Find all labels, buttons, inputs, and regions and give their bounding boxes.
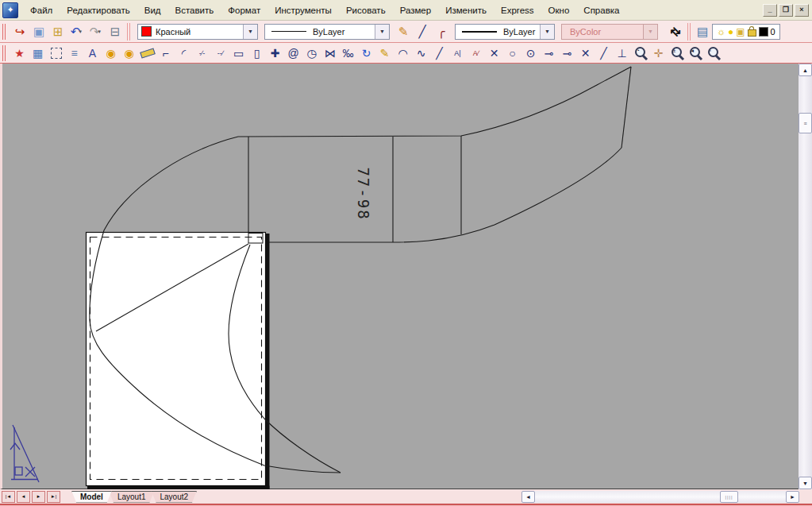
color-combobox[interactable]: Красный ▼ [137, 24, 258, 40]
hatch-icon[interactable]: ▦ [29, 44, 47, 61]
move-icon[interactable]: ✚ [266, 44, 284, 61]
scroll-down-button[interactable]: ▼ [799, 477, 812, 489]
tab-last-button[interactable]: ►| [47, 491, 60, 503]
menu-item-размер[interactable]: Размер [393, 2, 439, 19]
menu-item-вставить[interactable]: Вставить [168, 2, 221, 19]
menu-item-формат[interactable]: Формат [221, 2, 267, 19]
marquee-select-icon[interactable] [47, 44, 65, 61]
toolbar-grip[interactable] [2, 24, 7, 40]
menu-item-вид[interactable]: Вид [137, 2, 168, 19]
toolbar-separator [127, 23, 130, 41]
layer-lock-icon[interactable] [748, 29, 756, 37]
text-style-icon[interactable]: A [83, 44, 102, 61]
close-button[interactable]: × [795, 4, 809, 17]
sketch-pencil-icon[interactable]: ✎ [375, 44, 394, 61]
zoom-window-icon[interactable]: ▫ [704, 44, 722, 61]
paste-icon[interactable]: ⊞ [48, 23, 67, 41]
layer-vp-freeze-icon[interactable]: ▣ [736, 26, 745, 37]
endpoint-link-icon[interactable]: ⊸ [558, 44, 576, 61]
tab-model[interactable]: Model [71, 491, 112, 503]
etransmit-icon[interactable]: ↪ [10, 23, 29, 41]
menu-item-express[interactable]: Express [494, 2, 541, 19]
ruler-icon[interactable] [138, 44, 156, 61]
revcloud-icon[interactable]: @ [284, 44, 302, 61]
scroll-up-button[interactable]: ▲ [799, 64, 812, 76]
extend-icon[interactable]: ✕ [576, 44, 595, 61]
file-icon-group: ↪▣⊞↶▼↷▼⊟ [10, 23, 125, 41]
break-icon[interactable]: --∕ [211, 44, 229, 61]
vertical-scroll-thumb[interactable]: ≡ [799, 113, 812, 133]
menu-item-справка[interactable]: Справка [576, 2, 626, 19]
pan-icon[interactable]: ✛ [649, 44, 668, 61]
standard-toolbar: ↪▣⊞↶▼↷▼⊟ Красный ▼ ByLayer ▼ ✎╱╭ ByLayer… [0, 21, 812, 43]
trim-icon[interactable]: ✕ [485, 44, 503, 61]
layers-icon[interactable]: ▤ [693, 23, 712, 41]
vertical-scrollbar[interactable]: ▲ ≡ ▼ [799, 64, 812, 489]
rectangle-icon[interactable]: ▭ [229, 44, 248, 61]
menu-item-редактировать[interactable]: Редактировать [60, 2, 137, 19]
chevron-down-icon[interactable]: ▼ [540, 25, 554, 39]
tab-prev-button[interactable]: ◄ [17, 491, 30, 503]
copy-icon[interactable]: ▣ [29, 23, 48, 41]
edit-text-icon[interactable]: A∕ [467, 44, 485, 61]
tab-next-button[interactable]: ► [32, 491, 45, 503]
circle-icon[interactable]: ○ [503, 44, 521, 61]
menu-item-файл[interactable]: Файл [23, 2, 60, 19]
tab-layout2[interactable]: Layout2 [151, 491, 197, 503]
donut-icon[interactable]: ⊙ [521, 44, 540, 61]
redo-icon[interactable]: ↷▼ [87, 23, 106, 41]
undo-icon[interactable]: ↶▼ [67, 23, 87, 41]
break-at-point-icon[interactable]: -∕- [193, 44, 211, 61]
menu-item-инструменты[interactable]: Инструменты [267, 2, 339, 19]
text-icon[interactable]: A| [448, 44, 467, 61]
lineweight-combobox[interactable]: ByLayer ▼ [455, 24, 555, 40]
copy-object-icon[interactable]: ◉ [102, 44, 120, 61]
copy-nested-icon[interactable]: ◉ [120, 44, 138, 61]
arc-icon[interactable]: ◠ [394, 44, 412, 61]
restore-button[interactable]: ❐ [779, 4, 793, 17]
recolor-icon[interactable]: ★ [10, 44, 29, 61]
tab-layout1[interactable]: Layout1 [109, 491, 155, 503]
polygon-icon[interactable]: ▯ [248, 44, 266, 61]
layer-freeze-sun-icon[interactable]: ● [728, 26, 733, 37]
autocad-app-icon[interactable]: ✦ [2, 2, 18, 18]
chevron-down-icon[interactable]: ▼ [375, 25, 389, 39]
perpendicular-icon[interactable]: ⊥ [613, 44, 631, 61]
match-properties-icon[interactable]: ✎ [394, 23, 413, 41]
tab-first-button[interactable]: |◄ [2, 491, 15, 503]
menu-item-окно[interactable]: Окно [541, 2, 577, 19]
horizontal-scroll-thumb[interactable]: |||| [720, 491, 738, 503]
scroll-right-button[interactable]: ► [786, 491, 799, 503]
toolbar-grip[interactable] [2, 45, 7, 61]
minimize-button[interactable]: _ [763, 4, 777, 17]
linetype-combobox[interactable]: ByLayer ▼ [264, 24, 390, 40]
layer-color-swatch[interactable] [759, 27, 768, 37]
scroll-left-button[interactable]: ◄ [521, 491, 535, 503]
rotate-icon[interactable]: ↻ [357, 44, 375, 61]
line-icon[interactable]: ╱ [430, 44, 448, 61]
polyline-sample-icon[interactable]: ╭ [432, 23, 451, 41]
region-clock-icon[interactable]: ◷ [302, 44, 321, 61]
drawing-canvas[interactable]: 77-98 [0, 64, 799, 489]
chevron-down-icon[interactable]: ▼ [243, 25, 257, 39]
chamfer-icon[interactable]: ⌐ [156, 44, 175, 61]
zoom-inout-icon[interactable]: ± [668, 44, 686, 61]
layer-on-bulb-icon[interactable]: ☼ [717, 26, 725, 37]
spline-icon[interactable]: ∿ [412, 44, 430, 61]
array-icon[interactable]: ‰ [339, 44, 357, 61]
tangent-icon[interactable]: ⊸ [540, 44, 558, 61]
resize-arrows-icon[interactable]: ⇄ [666, 23, 685, 41]
zoom-previous-icon[interactable]: ◂ [686, 44, 704, 61]
segment-icon[interactable]: ╱ [595, 44, 613, 61]
line-sample-icon[interactable]: ╱ [413, 23, 432, 41]
layer-state-box[interactable]: ☼●▣0 [712, 24, 780, 40]
fillet-icon[interactable]: ◜ [175, 44, 193, 61]
lineweight-sample [462, 31, 497, 33]
horizontal-scrollbar[interactable]: ◄ |||| ► [521, 491, 799, 503]
print-icon[interactable]: ⊟ [106, 23, 125, 41]
zoom-realtime-icon[interactable]: ◔ [631, 44, 649, 61]
menu-item-рисовать[interactable]: Рисовать [339, 2, 393, 19]
mirror-icon[interactable]: ⋈ [321, 44, 339, 61]
menu-item-изменить[interactable]: Изменить [438, 2, 494, 19]
script-icon[interactable]: ≡ [65, 44, 83, 61]
